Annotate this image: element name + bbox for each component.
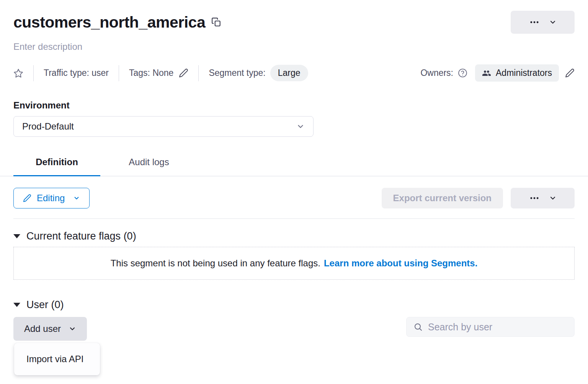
owners-value: Administrators bbox=[496, 68, 552, 78]
add-user-dropdown-menu: Import via API bbox=[14, 343, 100, 375]
chevron-down-icon[interactable] bbox=[549, 18, 557, 26]
segment-detail-page: customers_north_america Enter descriptio… bbox=[0, 11, 588, 384]
description-placeholder[interactable]: Enter description bbox=[13, 41, 575, 52]
chevron-down-icon bbox=[296, 122, 305, 131]
traffic-type-label: Traffic type: user bbox=[44, 68, 109, 78]
header-more-menu-button[interactable] bbox=[511, 11, 575, 34]
tab-definition[interactable]: Definition bbox=[13, 151, 100, 176]
owners-label: Owners: bbox=[420, 68, 453, 78]
tab-audit-logs[interactable]: Audit logs bbox=[122, 151, 176, 176]
definition-toolbar: Editing Export current version bbox=[13, 188, 575, 208]
add-user-label: Add user bbox=[24, 323, 61, 334]
user-heading: User (0) bbox=[26, 299, 64, 311]
page-title: customers_north_america bbox=[13, 13, 205, 31]
divider bbox=[198, 65, 199, 81]
environment-select[interactable]: Prod-Default bbox=[13, 116, 314, 137]
people-icon bbox=[482, 69, 491, 78]
segment-type-badge: Large bbox=[270, 65, 308, 81]
divider bbox=[13, 218, 575, 219]
edit-tags-pencil-icon[interactable] bbox=[179, 68, 188, 78]
user-section-header[interactable]: User (0) bbox=[13, 299, 575, 311]
header: customers_north_america bbox=[13, 11, 575, 34]
editing-label: Editing bbox=[37, 193, 65, 203]
feature-flags-section-header[interactable]: Current feature flags (0) bbox=[13, 230, 575, 242]
learn-more-link[interactable]: Learn more about using Segments. bbox=[324, 258, 477, 269]
export-current-version-button[interactable]: Export current version bbox=[382, 188, 503, 208]
chevron-down-icon bbox=[73, 195, 80, 202]
menu-item-import-via-api[interactable]: Import via API bbox=[14, 348, 100, 370]
add-user-button[interactable]: Add user bbox=[13, 317, 87, 341]
collapse-triangle-icon[interactable] bbox=[13, 234, 20, 238]
add-user-wrap: Add user Import via API bbox=[13, 317, 87, 341]
owners-group: Owners: Administrators bbox=[420, 64, 575, 82]
pencil-icon bbox=[23, 194, 31, 202]
empty-message: This segment is not being used in any fe… bbox=[111, 258, 320, 269]
toolbar-more-menu-button[interactable] bbox=[511, 188, 575, 208]
editing-mode-button[interactable]: Editing bbox=[13, 188, 90, 208]
copy-icon[interactable] bbox=[211, 17, 221, 27]
divider bbox=[33, 65, 34, 81]
more-dots-icon[interactable] bbox=[529, 193, 540, 203]
collapse-triangle-icon[interactable] bbox=[13, 303, 20, 307]
feature-flags-heading: Current feature flags (0) bbox=[26, 230, 136, 242]
feature-flags-empty-state: This segment is not being used in any fe… bbox=[13, 247, 575, 280]
tags-label: Tags: None bbox=[129, 68, 173, 78]
tab-bar: Definition Audit logs bbox=[0, 151, 588, 176]
segment-type-label: Segment type: bbox=[209, 68, 265, 78]
meta-row: Traffic type: user Tags: None Segment ty… bbox=[13, 64, 575, 82]
owners-help-icon[interactable] bbox=[458, 68, 467, 78]
user-search-box bbox=[406, 317, 575, 337]
more-dots-icon[interactable] bbox=[529, 17, 540, 28]
edit-owners-pencil-icon[interactable] bbox=[565, 68, 575, 78]
search-by-user-input[interactable] bbox=[428, 322, 567, 333]
search-icon bbox=[413, 322, 423, 331]
divider bbox=[119, 65, 119, 81]
environment-selected-value: Prod-Default bbox=[22, 121, 74, 132]
user-controls-row: Add user Import via API bbox=[13, 317, 575, 341]
favorite-star-icon[interactable] bbox=[13, 68, 23, 78]
environment-label: Environment bbox=[13, 100, 575, 111]
chevron-down-icon bbox=[69, 325, 76, 333]
chevron-down-icon[interactable] bbox=[549, 194, 557, 202]
owners-pill[interactable]: Administrators bbox=[475, 64, 559, 82]
